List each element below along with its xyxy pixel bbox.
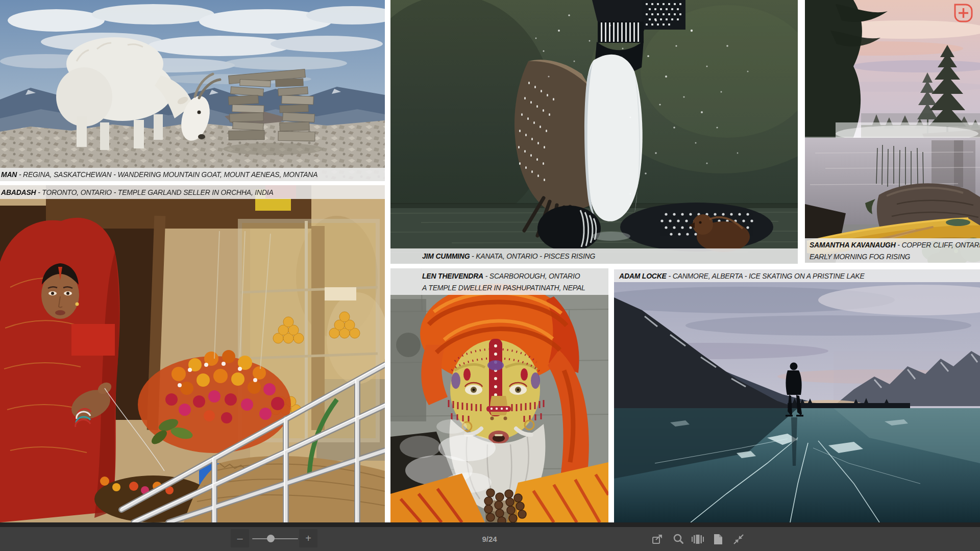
credit-name: JIM CUMMING (422, 252, 470, 260)
photo-loon[interactable]: JIM CUMMING - KANATA, ONTARIO - PISCES R… (390, 0, 798, 264)
caption-morning-fog: SAMANTHA KAVANAUGH - COPPER CLIFF, ONTAR… (805, 238, 980, 263)
photo-ice-skating[interactable]: ADAM LOCKE - CANMORE, ALBERTA - ICE SKAT… (614, 269, 980, 522)
credit-location: COPPER CLIFF, ONTARIO (901, 240, 980, 249)
photo-mountain-goat[interactable]: MAN - REGINA, SASKATCHEWAN - WANDERING M… (0, 0, 385, 181)
plus-glyph: + (305, 533, 311, 544)
photo-title: WANDERING MOUNTAIN GOAT, MOUNT AENEAS, M… (117, 170, 317, 179)
photo-title: EARLY MORNING FOG RISING (810, 252, 910, 261)
share-icon (651, 533, 664, 546)
photo-title: TEMPLE GARLAND SELLER IN ORCHHA, INDIA (118, 188, 274, 196)
credit-name: SAMANTHA KAVANAUGH (810, 240, 896, 249)
single-page-view-button[interactable] (710, 531, 726, 547)
photo-title: A TEMPLE DWELLER IN PASHUPATINATH, NEPAL (422, 283, 585, 292)
mountain-goat-photo-art (0, 0, 385, 181)
zoom-in-button[interactable]: + (299, 529, 317, 547)
caption-sadhu: LEN THEIVENDRA - SCARBOROUGH, ONTARIO A … (390, 268, 608, 295)
share-button[interactable] (649, 531, 666, 547)
collapse-arrows-icon (732, 533, 745, 546)
magnifier-icon (672, 533, 685, 546)
toolbar-top-shadow (0, 522, 980, 527)
photo-morning-fog[interactable]: SAMANTHA KAVANAUGH - COPPER CLIFF, ONTAR… (805, 0, 980, 263)
zoom-out-button[interactable]: – (231, 529, 249, 547)
search-zoom-button[interactable] (670, 531, 687, 547)
thumbnail-view-button[interactable] (690, 531, 706, 547)
add-button[interactable] (954, 4, 973, 22)
photo-title: ICE SKATING ON A PRISTINE LAKE (749, 271, 865, 280)
loon-flank-left (537, 206, 601, 252)
zoom-slider-handle[interactable] (267, 535, 275, 542)
credit-name: MAN (1, 170, 17, 179)
sadhu-photo-art (390, 268, 608, 522)
zoom-slider-track[interactable] (252, 538, 298, 539)
credit-location: CANMORE, ALBERTA (673, 271, 743, 280)
credit-location: REGINA, SASKATCHEWAN (23, 170, 111, 179)
minus-glyph: – (237, 533, 242, 544)
loon-breast (585, 55, 643, 221)
page-indicator: 9/24 (459, 527, 520, 551)
credit-name: ABADASH (1, 188, 36, 196)
credit-location: KANATA, ONTARIO (476, 252, 537, 260)
caption-loon: JIM CUMMING - KANATA, ONTARIO - PISCES R… (390, 248, 798, 264)
caption-ice-skating: ADAM LOCKE - CANMORE, ALBERTA - ICE SKAT… (614, 269, 980, 282)
photo-title: PISCES RISING (544, 252, 595, 260)
plus-badge-icon (954, 4, 973, 22)
single-page-icon (712, 533, 725, 546)
credit-location: SCARBOROUGH, ONTARIO (489, 271, 580, 280)
photo-garland-seller[interactable]: ABADASH - TORONTO, ONTARIO - TEMPLE GARL… (0, 185, 385, 522)
magazine-viewer: MAN - REGINA, SASKATCHEWAN - WANDERING M… (0, 0, 980, 551)
caption-garland-seller: ABADASH - TORONTO, ONTARIO - TEMPLE GARL… (0, 185, 385, 199)
garland-seller-photo-art (0, 185, 385, 522)
loon-photo-art (390, 0, 798, 264)
credit-name: LEN THEIVENDRA (422, 271, 483, 280)
filmstrip-icon (691, 533, 704, 546)
morning-fog-photo-art (805, 0, 980, 263)
ice-skating-photo-art (614, 269, 980, 522)
credit-location: TORONTO, ONTARIO (42, 188, 112, 196)
exit-fullscreen-button[interactable] (730, 531, 747, 547)
credit-name: ADAM LOCKE (619, 271, 667, 280)
caption-mountain-goat: MAN - REGINA, SASKATCHEWAN - WANDERING M… (0, 168, 385, 181)
photo-sadhu[interactable]: LEN THEIVENDRA - SCARBOROUGH, ONTARIO A … (390, 268, 608, 522)
